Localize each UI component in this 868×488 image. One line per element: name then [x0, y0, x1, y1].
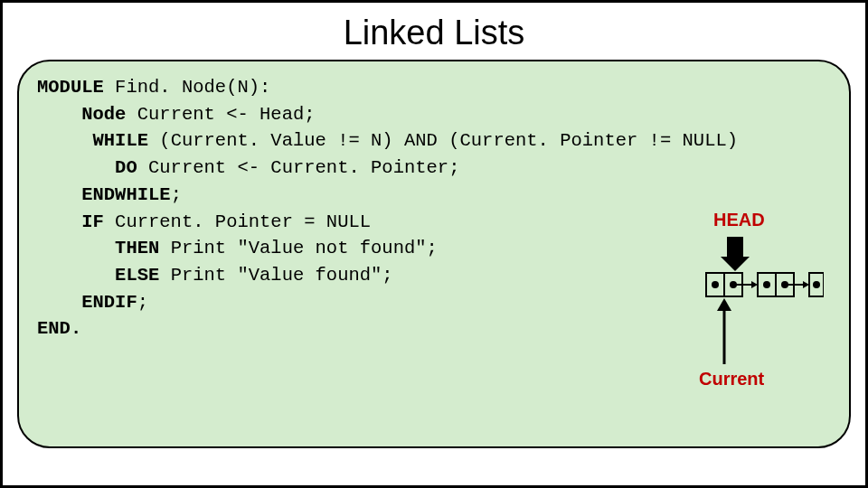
slide-frame: Linked Lists MODULE Find. Node(N): Node … — [0, 0, 868, 488]
kw-else: ELSE — [37, 265, 159, 286]
code-text: Find. Node(N): — [104, 77, 271, 98]
page-title: Linked Lists — [17, 14, 851, 52]
kw-while: WHILE — [37, 130, 148, 151]
kw-endwhile: ENDWHILE — [37, 184, 171, 205]
kw-module: MODULE — [37, 77, 104, 98]
svg-point-2 — [712, 281, 719, 288]
code-text: ; — [171, 184, 182, 205]
code-text: Print "Value not found"; — [159, 238, 438, 258]
code-text: Current <- Current. Pointer; — [137, 157, 460, 178]
code-text: Current <- Head; — [126, 104, 315, 125]
node-3 — [809, 273, 824, 296]
arrow-head-shaft — [727, 237, 743, 257]
arrow-current-tip — [717, 298, 731, 311]
node-1 — [706, 273, 758, 296]
kw-node: Node — [37, 104, 126, 125]
code-text: Current. Pointer = NULL — [104, 211, 371, 232]
linked-list-diagram: HEAD Current — [670, 215, 824, 414]
svg-point-13 — [813, 281, 820, 288]
current-label: Current — [699, 369, 764, 389]
svg-marker-5 — [751, 281, 758, 288]
head-label: HEAD — [713, 210, 765, 230]
kw-then: THEN — [37, 238, 159, 258]
arrow-head-tip — [721, 257, 750, 271]
kw-endif: ENDIF — [37, 292, 137, 313]
code-panel: MODULE Find. Node(N): Node Current <- He… — [17, 60, 851, 448]
node-2 — [758, 273, 809, 296]
code-text: (Current. Value != N) AND (Current. Poin… — [148, 130, 738, 151]
code-text: Print "Value found"; — [159, 265, 392, 286]
svg-point-8 — [763, 281, 770, 288]
kw-end: END. — [37, 318, 81, 339]
kw-if: IF — [37, 211, 104, 232]
code-text: ; — [137, 292, 148, 313]
kw-do: DO — [37, 157, 137, 178]
svg-marker-11 — [803, 281, 809, 288]
